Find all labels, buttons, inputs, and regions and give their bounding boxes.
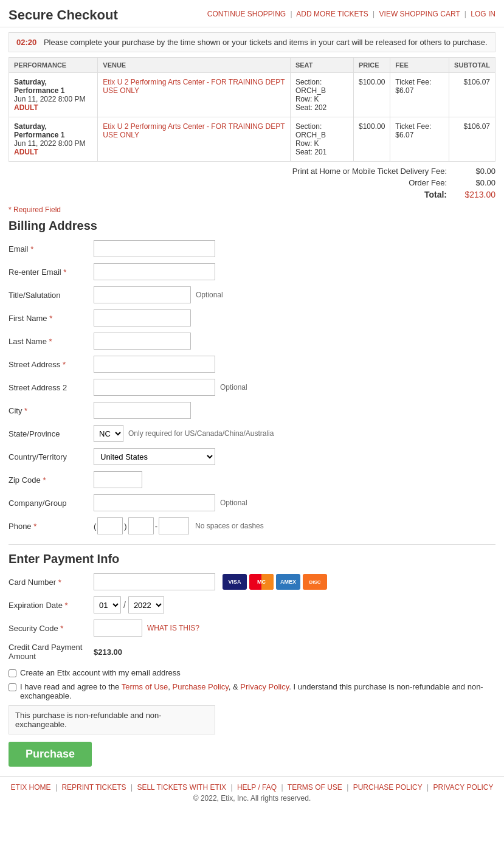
footer-link[interactable]: HELP / FAQ bbox=[237, 783, 277, 792]
purchase-button[interactable]: Purchase bbox=[9, 742, 92, 767]
state-label: State/Province bbox=[9, 429, 94, 438]
visa-logo: VISA bbox=[223, 574, 247, 590]
mastercard-logo: MC bbox=[249, 574, 274, 590]
email-label: Email * bbox=[9, 244, 94, 254]
top-nav: CONTINUE SHOPPING | ADD MORE TICKETS | V… bbox=[207, 10, 495, 18]
country-label: Country/Territory bbox=[9, 452, 94, 461]
card-number-field[interactable] bbox=[94, 573, 215, 590]
footer-copyright: © 2022, Etix, Inc. All rights reserved. bbox=[0, 794, 504, 809]
required-note: * Required Field bbox=[9, 205, 495, 214]
continue-shopping-link[interactable]: CONTINUE SHOPPING bbox=[207, 10, 286, 18]
create-account-checkbox[interactable] bbox=[9, 669, 16, 677]
title-optional: Optional bbox=[196, 291, 223, 299]
city-label: City * bbox=[9, 406, 94, 415]
log-in-link[interactable]: LOG IN bbox=[471, 10, 495, 18]
street-field[interactable] bbox=[94, 356, 215, 373]
last-name-field[interactable] bbox=[94, 333, 191, 350]
totals-section: Print at Home or Mobile Ticket Delivery … bbox=[9, 165, 495, 201]
order-fee-value: $0.00 bbox=[453, 178, 495, 187]
seat-cell: Section: ORCH_BRow: KSeat: 202 bbox=[290, 73, 353, 117]
payment-amount-label: Credit Card Payment Amount bbox=[9, 643, 94, 661]
purchase-policy-link[interactable]: Purchase Policy bbox=[173, 682, 229, 691]
title-label: Title/Salutation bbox=[9, 291, 94, 300]
state-select[interactable]: NC ALAKAZCA NYTX bbox=[94, 425, 123, 442]
venue-link[interactable]: Etix U 2 Performing Arts Center - FOR TR… bbox=[103, 122, 285, 139]
street-row: Street Address * bbox=[9, 356, 495, 373]
phone-group: ( ) - No spaces or dashes bbox=[94, 517, 264, 534]
state-note: Only required for US/Canada/China/Austra… bbox=[128, 429, 274, 438]
price-cell: $100.00 bbox=[353, 117, 390, 162]
terms-checkbox[interactable] bbox=[9, 683, 16, 691]
card-number-label: Card Number * bbox=[9, 578, 94, 587]
first-name-field[interactable] bbox=[94, 309, 191, 326]
add-more-tickets-link[interactable]: ADD MORE TICKETS bbox=[296, 10, 368, 18]
payment-title: Enter Payment Info bbox=[9, 552, 495, 566]
phone-area-field[interactable] bbox=[97, 517, 123, 534]
timer-bar: 02:20 Please complete your purchase by t… bbox=[9, 32, 495, 52]
order-table: PERFORMANCE VENUE SEAT PRICE FEE SUBTOTA… bbox=[9, 57, 495, 162]
phone-row: Phone * ( ) - No spaces or dashes bbox=[9, 517, 495, 534]
zip-field[interactable] bbox=[94, 471, 142, 488]
payment-amount-value: $213.00 bbox=[94, 648, 122, 657]
venue-link[interactable]: Etix U 2 Performing Arts Center - FOR TR… bbox=[103, 78, 285, 95]
expiry-year-select[interactable]: 2022202320242025 20262027 bbox=[128, 596, 164, 613]
total-row: Total: $213.00 bbox=[9, 188, 495, 201]
company-field[interactable] bbox=[94, 494, 215, 511]
total-value: $213.00 bbox=[453, 190, 495, 199]
col-subtotal: SUBTOTAL bbox=[449, 58, 495, 73]
company-row: Company/Group Optional bbox=[9, 494, 495, 511]
footer-link[interactable]: PRIVACY POLICY bbox=[433, 783, 494, 792]
expiry-month-select[interactable]: 01020304 05060708 09101112 bbox=[94, 596, 121, 613]
security-code-field[interactable] bbox=[94, 620, 142, 637]
footer-link[interactable]: TERMS OF USE bbox=[288, 783, 342, 792]
security-group: WHAT IS THIS? bbox=[94, 620, 199, 637]
card-number-row: Card Number * VISA MC AMEX DISC bbox=[9, 573, 495, 590]
email-row: Email * bbox=[9, 240, 495, 257]
street-label: Street Address * bbox=[9, 360, 94, 369]
state-row: State/Province NC ALAKAZCA NYTX Only req… bbox=[9, 425, 495, 442]
page-title: Secure Checkout bbox=[9, 7, 118, 23]
street2-optional: Optional bbox=[220, 383, 247, 392]
billing-title: Billing Address bbox=[9, 219, 495, 233]
country-select[interactable]: United States Canada China Australia Uni… bbox=[94, 448, 215, 465]
venue-cell: Etix U 2 Performing Arts Center - FOR TR… bbox=[98, 73, 291, 117]
reenter-email-field[interactable] bbox=[94, 263, 215, 280]
privacy-policy-link[interactable]: Privacy Policy bbox=[240, 682, 289, 691]
view-shopping-cart-link[interactable]: VIEW SHOPPING CART bbox=[379, 10, 460, 18]
payment-section: Enter Payment Info Card Number * VISA MC… bbox=[9, 544, 495, 767]
expiry-label: Expiration Date * bbox=[9, 601, 94, 610]
title-field[interactable] bbox=[94, 286, 191, 303]
company-label: Company/Group bbox=[9, 499, 94, 508]
phone-prefix-field[interactable] bbox=[128, 517, 154, 534]
timer-message: Please complete your purchase by the tim… bbox=[44, 38, 488, 47]
payment-amount-row: Credit Card Payment Amount $213.00 bbox=[9, 643, 495, 661]
terms-label: I have read and agree to the Terms of Us… bbox=[20, 682, 495, 700]
fee-cell: Ticket Fee: $6.07 bbox=[390, 117, 449, 162]
table-row: Saturday, Performance 1 Jun 11, 2022 8:0… bbox=[9, 117, 495, 162]
zip-label: Zip Code * bbox=[9, 475, 94, 485]
city-field[interactable] bbox=[94, 402, 191, 419]
delivery-fee-value: $0.00 bbox=[453, 167, 495, 176]
title-row: Title/Salutation Optional bbox=[9, 286, 495, 303]
what-is-this-link[interactable]: WHAT IS THIS? bbox=[147, 624, 199, 632]
email-field[interactable] bbox=[94, 240, 215, 257]
total-label: Total: bbox=[424, 190, 453, 199]
table-row: Saturday, Performance 1 Jun 11, 2022 8:0… bbox=[9, 73, 495, 117]
terms-link[interactable]: Terms of Use bbox=[122, 682, 168, 691]
country-row: Country/Territory United States Canada C… bbox=[9, 448, 495, 465]
footer-link[interactable]: ETIX HOME bbox=[11, 783, 51, 792]
footer-link[interactable]: SELL TICKETS WITH ETIX bbox=[137, 783, 226, 792]
delivery-fee-label: Print at Home or Mobile Ticket Delivery … bbox=[292, 167, 453, 176]
security-label: Security Code * bbox=[9, 624, 94, 633]
phone-suffix-field[interactable] bbox=[159, 517, 189, 534]
subtotal-cell: $106.07 bbox=[449, 73, 495, 117]
perf-cell: Saturday, Performance 1 Jun 11, 2022 8:0… bbox=[9, 73, 98, 117]
reenter-email-row: Re-enter Email * bbox=[9, 263, 495, 280]
price-cell: $100.00 bbox=[353, 73, 390, 117]
street2-label: Street Address 2 bbox=[9, 383, 94, 392]
street2-field[interactable] bbox=[94, 379, 215, 396]
footer-link[interactable]: PURCHASE POLICY bbox=[353, 783, 423, 792]
page-header: Secure Checkout CONTINUE SHOPPING | ADD … bbox=[0, 0, 504, 27]
footer-link[interactable]: REPRINT TICKETS bbox=[61, 783, 126, 792]
delivery-fee-row: Print at Home or Mobile Ticket Delivery … bbox=[9, 165, 495, 177]
